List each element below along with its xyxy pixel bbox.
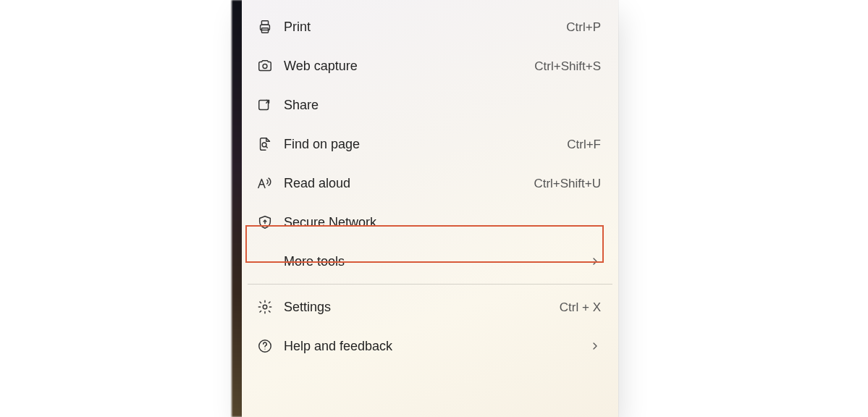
svg-point-6 bbox=[263, 305, 267, 309]
search-page-icon bbox=[255, 134, 275, 154]
menu-item-label: Find on page bbox=[284, 138, 360, 151]
menu-item-shortcut: Ctrl+Shift+U bbox=[534, 177, 601, 190]
menu-item-label: Read aloud bbox=[284, 177, 350, 190]
menu-item-label: More tools bbox=[284, 255, 345, 268]
menu-item-label: Web capture bbox=[284, 59, 358, 72]
menu-item-label: Share bbox=[284, 98, 319, 111]
menu-item-shortcut: Ctrl+Shift+S bbox=[534, 60, 601, 72]
svg-rect-1 bbox=[261, 21, 268, 25]
menu-item-share[interactable]: Share bbox=[242, 85, 618, 125]
menu-item-web-capture[interactable]: Web capture Ctrl+Shift+S bbox=[242, 46, 618, 85]
read-aloud-icon bbox=[255, 173, 275, 193]
menu-item-find-on-page[interactable]: Find on page Ctrl+F bbox=[242, 125, 618, 164]
menu-item-label: Help and feedback bbox=[284, 340, 392, 353]
help-icon bbox=[255, 336, 275, 356]
menu-item-settings[interactable]: Settings Ctrl + X bbox=[242, 287, 618, 327]
menu-item-shortcut: Ctrl + X bbox=[560, 301, 601, 313]
menu-item-shortcut: Ctrl+P bbox=[566, 21, 601, 33]
camera-icon bbox=[255, 56, 275, 76]
menu-item-print[interactable]: Print Ctrl+P bbox=[242, 7, 618, 46]
chevron-right-icon bbox=[589, 340, 601, 352]
gear-icon bbox=[255, 297, 275, 317]
printer-icon bbox=[255, 17, 275, 37]
menu-item-secure-network[interactable]: Secure Network bbox=[242, 203, 618, 242]
shield-icon bbox=[255, 212, 275, 232]
menu-divider bbox=[248, 284, 612, 285]
menu-item-more-tools[interactable]: More tools bbox=[242, 242, 618, 281]
menu-item-label: Settings bbox=[284, 300, 331, 313]
menu-item-shortcut: Ctrl+F bbox=[567, 138, 601, 151]
settings-menu: Print Ctrl+P Web capture Ctrl+Shift+S bbox=[242, 0, 618, 417]
menu-item-label: Secure Network bbox=[284, 216, 376, 229]
svg-point-8 bbox=[264, 349, 265, 350]
svg-point-3 bbox=[263, 64, 267, 69]
menu-item-read-aloud[interactable]: Read aloud Ctrl+Shift+U bbox=[242, 164, 618, 203]
share-icon bbox=[255, 95, 275, 115]
menu-item-label: Print bbox=[284, 20, 311, 33]
chevron-right-icon bbox=[589, 256, 601, 267]
menu-item-help-and-feedback[interactable]: Help and feedback bbox=[242, 327, 618, 366]
